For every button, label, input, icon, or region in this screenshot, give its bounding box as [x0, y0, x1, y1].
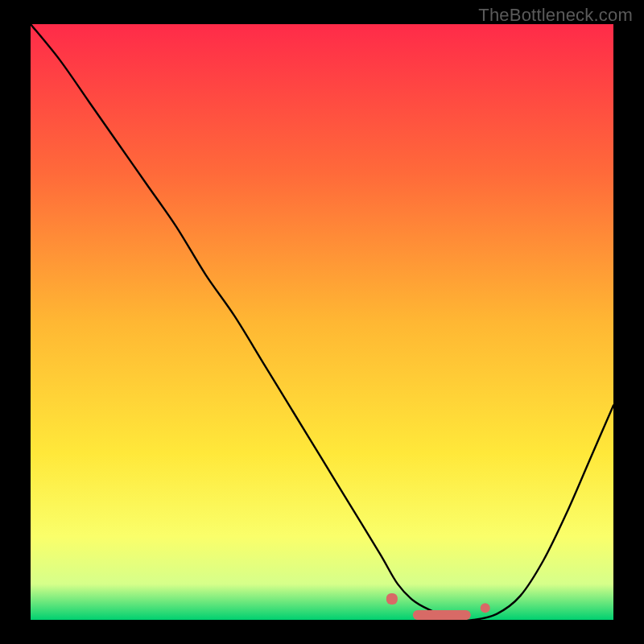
chart-area [31, 24, 613, 620]
marker-center [413, 610, 471, 620]
gradient-background [31, 24, 613, 620]
marker-right [481, 603, 490, 613]
marker-left [386, 593, 398, 605]
watermark-text: TheBottleneck.com [478, 5, 633, 26]
bottleneck-chart [31, 24, 613, 620]
